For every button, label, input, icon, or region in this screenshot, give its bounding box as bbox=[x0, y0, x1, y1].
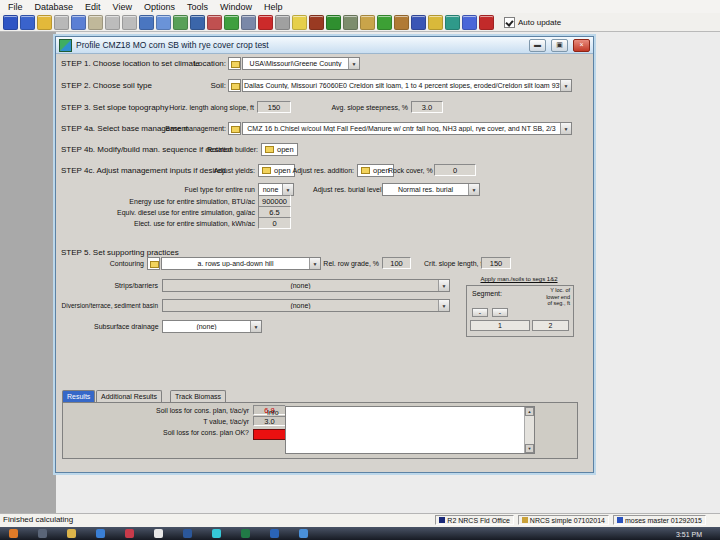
soil-table-icon[interactable] bbox=[156, 15, 171, 30]
word-icon[interactable] bbox=[183, 529, 192, 538]
worm-icon[interactable] bbox=[241, 15, 256, 30]
tab-results[interactable]: Results bbox=[62, 390, 95, 402]
segment-cell-1[interactable]: 1 bbox=[470, 320, 530, 331]
management-folder-button[interactable] bbox=[228, 122, 241, 135]
stack-icon[interactable] bbox=[428, 15, 443, 30]
dropdown-arrow-icon[interactable]: ▼ bbox=[468, 184, 479, 195]
menu-item[interactable]: Tools bbox=[181, 1, 214, 13]
climate-table-icon[interactable] bbox=[139, 15, 154, 30]
steepness-field[interactable]: 3.0 bbox=[411, 101, 443, 113]
residue-burial-combobox[interactable]: Normal res. burial▼ bbox=[382, 183, 480, 196]
clock-icon[interactable] bbox=[190, 15, 205, 30]
drainage-combobox[interactable]: (none)▼ bbox=[162, 320, 262, 333]
residue-icon[interactable] bbox=[360, 15, 375, 30]
status-section[interactable]: NRCS simple 07102014 bbox=[518, 515, 609, 525]
folder-icon[interactable] bbox=[67, 529, 76, 538]
segment-cell-2[interactable]: 2 bbox=[532, 320, 569, 331]
save-database-icon[interactable] bbox=[20, 15, 35, 30]
profile-window-titlebar[interactable]: Profile CMZ18 MO corn SB with rye cover … bbox=[56, 37, 593, 54]
info-textbox[interactable]: ▲ ▼ bbox=[285, 406, 535, 454]
tab-track-biomass[interactable]: Track Biomass bbox=[170, 390, 226, 402]
menu-item[interactable]: Window bbox=[214, 1, 258, 13]
rotation-builder-open-button[interactable]: open bbox=[261, 143, 298, 156]
t-value: 3.0 bbox=[253, 416, 286, 426]
terrain-icon[interactable] bbox=[343, 15, 358, 30]
database-red-icon[interactable] bbox=[479, 15, 494, 30]
info-scrollbar[interactable]: ▲ ▼ bbox=[524, 407, 534, 453]
soil-combobox[interactable]: Dallas County, Missouri 76060E0 Creldon … bbox=[242, 79, 572, 92]
dropdown-arrow-icon[interactable]: ▼ bbox=[438, 280, 449, 291]
undo-icon[interactable] bbox=[105, 15, 120, 30]
menu-item[interactable]: Help bbox=[258, 1, 289, 13]
dropdown-arrow-icon[interactable]: ▼ bbox=[282, 184, 293, 195]
strips-combobox[interactable]: (none)▼ bbox=[162, 279, 450, 292]
step4c-label: STEP 4c. Adjust management inputs if des… bbox=[61, 166, 226, 175]
vegetation-icon[interactable] bbox=[326, 15, 341, 30]
menu-item[interactable]: Edit bbox=[79, 1, 107, 13]
ruler-icon[interactable] bbox=[292, 15, 307, 30]
diversion-combobox[interactable]: (none)▼ bbox=[162, 299, 450, 312]
dropdown-arrow-icon[interactable]: ▼ bbox=[560, 123, 571, 134]
explorer-icon[interactable] bbox=[299, 529, 308, 538]
auto-update-toggle[interactable]: Auto update bbox=[504, 17, 561, 28]
hydrant-icon[interactable] bbox=[309, 15, 324, 30]
excel-icon[interactable] bbox=[241, 529, 250, 538]
auto-update-checkbox[interactable] bbox=[504, 17, 515, 28]
dropdown-arrow-icon[interactable]: ▼ bbox=[560, 80, 571, 91]
notes-icon[interactable] bbox=[154, 529, 163, 538]
drainage-label: Subsurface drainage bbox=[94, 323, 158, 330]
rock-cover-field[interactable]: 0 bbox=[434, 164, 476, 176]
menu-item[interactable]: View bbox=[107, 1, 138, 13]
dropdown-arrow-icon[interactable]: ▼ bbox=[348, 58, 359, 69]
outlook-icon[interactable] bbox=[270, 529, 279, 538]
segment-add-button[interactable]: - bbox=[492, 308, 508, 317]
dropdown-arrow-icon[interactable]: ▼ bbox=[438, 300, 449, 311]
status-section[interactable]: R2 NRCS Fld Office bbox=[435, 515, 514, 525]
scroll-up-icon[interactable]: ▲ bbox=[525, 407, 534, 416]
firefox-icon[interactable] bbox=[9, 529, 18, 538]
menu-item[interactable]: Options bbox=[138, 1, 181, 13]
field-icon[interactable] bbox=[377, 15, 392, 30]
location-folder-button[interactable] bbox=[228, 57, 241, 70]
scroll-down-icon[interactable]: ▼ bbox=[525, 444, 534, 453]
app-gray-icon[interactable] bbox=[38, 529, 47, 538]
step5-label: STEP 5. Set supporting practices bbox=[61, 248, 179, 257]
media-icon[interactable] bbox=[125, 529, 134, 538]
tab-additional-results[interactable]: Additional Results bbox=[96, 390, 162, 402]
calculator-icon[interactable] bbox=[207, 15, 222, 30]
menu-item[interactable]: File bbox=[2, 1, 29, 13]
folder-icon[interactable] bbox=[394, 15, 409, 30]
segment-remove-button[interactable]: - bbox=[472, 308, 488, 317]
import-export-icon[interactable] bbox=[37, 15, 52, 30]
barn-icon[interactable] bbox=[445, 15, 460, 30]
management-table-icon[interactable] bbox=[173, 15, 188, 30]
internet-explorer-icon[interactable] bbox=[96, 529, 105, 538]
base-management-combobox[interactable]: CMZ 16 b.Chisel w/coul Mgt Fall Feed/Man… bbox=[242, 122, 572, 135]
save-icon[interactable] bbox=[3, 15, 18, 30]
taskbar-clock[interactable]: 3:51 PM bbox=[676, 531, 702, 538]
close-button[interactable]: × bbox=[573, 39, 590, 52]
minimize-button[interactable]: ▬ bbox=[529, 39, 546, 52]
location-combobox[interactable]: USA\Missouri\Greene County▼ bbox=[242, 57, 360, 70]
redo-icon[interactable] bbox=[122, 15, 137, 30]
slope-pencil-icon[interactable] bbox=[224, 15, 239, 30]
units-icon[interactable] bbox=[275, 15, 290, 30]
rusle2-active-icon[interactable] bbox=[212, 529, 221, 538]
paste-icon[interactable] bbox=[88, 15, 103, 30]
soil-folder-button[interactable] bbox=[228, 79, 241, 92]
copy-icon[interactable] bbox=[71, 15, 86, 30]
contouring-combobox[interactable]: a. rows up-and-down hill▼ bbox=[161, 257, 321, 270]
menu-item[interactable]: Database bbox=[29, 1, 80, 13]
erosion-icon[interactable] bbox=[258, 15, 273, 30]
dropdown-arrow-icon[interactable]: ▼ bbox=[309, 258, 320, 269]
maximize-button[interactable]: ▣ bbox=[551, 39, 568, 52]
electricity-use-label: Elect. use for entire simulation, kWh/ac bbox=[116, 220, 255, 227]
wrench-icon[interactable] bbox=[411, 15, 426, 30]
status-section[interactable]: moses master 01292015 bbox=[613, 515, 706, 525]
flower-icon[interactable] bbox=[462, 15, 477, 30]
contouring-folder-button[interactable] bbox=[147, 257, 160, 270]
dropdown-arrow-icon[interactable]: ▼ bbox=[250, 321, 261, 332]
cut-icon[interactable] bbox=[54, 15, 69, 30]
slope-length-field[interactable]: 150 bbox=[257, 101, 291, 113]
status-message: Finished calculating bbox=[3, 515, 73, 524]
